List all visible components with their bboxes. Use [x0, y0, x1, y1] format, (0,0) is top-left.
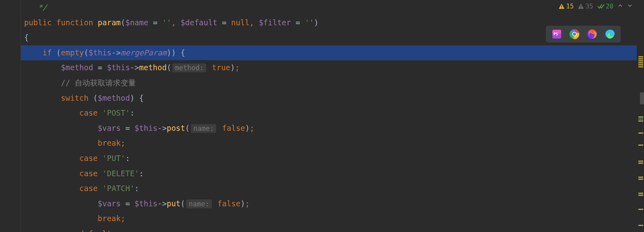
mark-warning[interactable] [638, 179, 643, 180]
semicolon: ; [250, 124, 254, 132]
scrollbar-thumb[interactable] [640, 92, 644, 104]
param-hint: method: [172, 63, 206, 72]
colon: : [111, 229, 116, 232]
mark-info[interactable] [638, 118, 643, 120]
function-name: param [98, 18, 121, 27]
mark-warning[interactable] [638, 66, 643, 67]
keyword-case: case [79, 108, 98, 117]
mark-warning[interactable] [638, 116, 643, 118]
var-method: $method [61, 63, 93, 72]
svg-rect-3 [581, 8, 582, 8]
phpstorm-icon[interactable]: PS [552, 29, 562, 39]
mark-warning[interactable] [638, 177, 643, 178]
warning-yellow-status[interactable]: 15 [558, 2, 574, 10]
keyword-false: false [217, 199, 240, 208]
code-line[interactable]: case 'DELETE': [21, 166, 637, 181]
mark-warning[interactable] [638, 62, 643, 63]
svg-rect-2 [581, 5, 582, 7]
code-line[interactable]: */ [21, 0, 637, 15]
string-literal: 'POST' [103, 108, 130, 117]
chrome-icon[interactable] [569, 29, 580, 39]
comment-close: */ [24, 3, 47, 12]
colon: : [135, 184, 139, 193]
code-line[interactable]: public function param($name = '', $defau… [21, 15, 637, 31]
var-this: $this [135, 199, 158, 208]
param-hint: name: [186, 199, 211, 208]
code-area[interactable]: */ public function param($name = '', $de… [21, 0, 637, 232]
code-line[interactable]: break; [21, 136, 637, 151]
code-editor[interactable]: */ public function param($name = '', $de… [0, 0, 644, 232]
property-mergeParam: mergeParam [121, 48, 166, 57]
code-line[interactable]: $vars = $this->post(name: false); [21, 121, 637, 136]
mark-warning[interactable] [638, 161, 643, 162]
mark-warning[interactable] [638, 60, 643, 61]
mark-warning[interactable] [638, 58, 643, 59]
mark-warning[interactable] [638, 64, 643, 65]
svg-rect-0 [561, 5, 562, 7]
var-default: $default [180, 18, 217, 27]
inspection-status: 15 35 20 [558, 2, 633, 10]
prev-highlight-button[interactable] [617, 2, 623, 10]
var-vars: $vars [98, 124, 121, 132]
code-line-highlighted[interactable]: if (empty($this->mergeParam)) { [21, 45, 637, 61]
keyword-public: public [24, 18, 52, 27]
colon: : [125, 154, 130, 163]
code-line[interactable]: $vars = $this->put(name: false); [21, 196, 637, 212]
code-line[interactable]: case 'PUT': [21, 151, 637, 166]
mark-warning[interactable] [638, 209, 643, 210]
semicolon: ; [121, 214, 125, 223]
keyword-false: false [222, 124, 245, 132]
method-call: post [167, 124, 185, 132]
mark-warning[interactable] [638, 144, 643, 146]
svg-text:PS: PS [554, 32, 558, 36]
typo-status[interactable]: 20 [597, 2, 613, 10]
gutter [0, 0, 21, 232]
semicolon: ; [235, 63, 239, 72]
warning-icon [558, 3, 565, 10]
code-line[interactable]: $method = $this->method(method: true); [21, 60, 637, 75]
param-hint: name: [191, 124, 216, 133]
semicolon: ; [121, 138, 125, 147]
mark-warning[interactable] [638, 56, 643, 57]
mark-warning[interactable] [638, 195, 643, 196]
keyword-break: break [98, 214, 121, 223]
code-line[interactable]: default: [21, 226, 637, 232]
code-line[interactable]: case 'PATCH': [21, 181, 637, 196]
error-stripe[interactable] [637, 0, 644, 232]
comment: // 自动获取请求变量 [61, 78, 136, 87]
warning-count: 15 [566, 2, 574, 10]
mark-warning[interactable] [638, 120, 643, 122]
var-this: $this [107, 63, 130, 72]
mark-warning[interactable] [638, 193, 643, 194]
keyword-switch: switch [61, 94, 89, 102]
warning-gray-status[interactable]: 35 [578, 2, 593, 10]
svg-rect-1 [561, 8, 562, 8]
colon: : [139, 169, 144, 178]
keyword-empty: empty [61, 48, 84, 57]
string-literal: '' [305, 18, 314, 27]
mark-warning[interactable] [638, 163, 643, 164]
code-line[interactable]: case 'POST': [21, 106, 637, 121]
code-line[interactable]: // 自动获取请求变量 [21, 75, 637, 91]
var-this: $this [135, 124, 158, 132]
check-icon [597, 3, 605, 10]
keyword-break: break [98, 138, 121, 147]
edge-icon[interactable] [605, 29, 615, 39]
var-filter: $filter [259, 18, 291, 27]
next-highlight-button[interactable] [627, 2, 633, 10]
string-literal: 'DELETE' [103, 169, 139, 178]
keyword-case: case [79, 154, 98, 163]
mark-warning[interactable] [638, 225, 643, 226]
string-literal: 'PATCH' [103, 184, 135, 193]
var-method: $method [98, 94, 130, 102]
method-call: put [167, 199, 180, 208]
keyword-case: case [79, 169, 98, 178]
var-vars: $vars [98, 199, 121, 208]
mark-warning[interactable] [638, 132, 643, 134]
typo-count: 20 [606, 2, 613, 10]
firefox-icon[interactable] [587, 29, 597, 39]
chevron-up-icon [617, 3, 623, 8]
code-line[interactable]: { [21, 30, 637, 45]
code-line[interactable]: switch ($method) { [21, 91, 637, 106]
code-line[interactable]: break; [21, 211, 637, 226]
